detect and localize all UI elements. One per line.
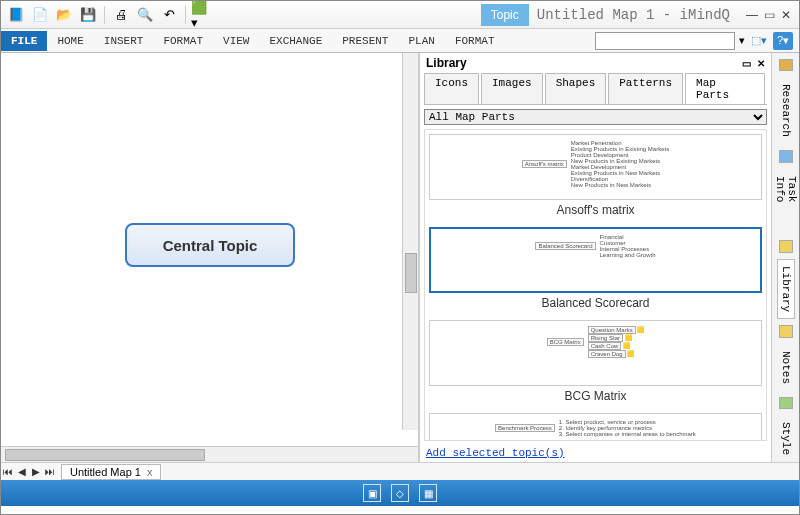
style-icon [779,397,793,409]
library-thumbnail: Ansoff's matrix Market PenetrationExisti… [429,134,762,200]
library-thumbnail: Benchmark Process 1. Select product, ser… [429,413,762,441]
quick-access-toolbar: 📘 📄 📂 💾 🖨 🔍 ↶ 🟩▾ [1,4,217,26]
library-item[interactable]: Balanced Scorecard FinancialCustomer Int… [429,227,762,310]
library-filter-select[interactable]: All Map Parts [424,109,767,125]
ribbon: FILE HOME INSERT FORMAT VIEW EXCHANGE PR… [1,29,799,53]
document-tab-close-icon[interactable]: x [147,466,153,478]
library-tabs: Icons Images Shapes Patterns Map Parts [424,73,767,105]
taskinfo-icon [779,150,793,162]
save-icon[interactable]: 💾 [77,4,99,26]
tab-nav-next-icon[interactable]: ▶ [29,466,43,477]
library-item[interactable]: Ansoff's matrix Market PenetrationExisti… [429,134,762,217]
minimize-icon[interactable]: — [746,8,758,22]
library-caption: BCG Matrix [429,389,762,403]
titlebar: 📘 📄 📂 💾 🖨 🔍 ↶ 🟩▾ Topic Untitled Map 1 - … [1,1,799,29]
lib-tab-images[interactable]: Images [481,73,543,104]
ribbon-tab-home[interactable]: HOME [47,31,93,51]
side-tab-research[interactable]: Research [777,77,795,144]
side-tab-library[interactable]: Library [777,259,795,319]
library-thumbnail: Balanced Scorecard FinancialCustomer Int… [429,227,762,293]
maximize-icon[interactable]: ▭ [764,8,775,22]
side-tab-taskinfo[interactable]: Task Info [771,169,801,235]
help-icon[interactable]: ?▾ [773,32,793,50]
library-panel: Library ▭ ✕ Icons Images Shapes Patterns… [419,53,771,462]
lib-tab-shapes[interactable]: Shapes [545,73,607,104]
lib-tab-icons[interactable]: Icons [424,73,479,104]
library-icon [779,240,793,252]
panel-close-icon[interactable]: ✕ [757,58,765,69]
new-icon[interactable]: 📄 [29,4,51,26]
mindmap-canvas[interactable]: Central Topic [1,53,418,446]
library-item[interactable]: Benchmark Process 1. Select product, ser… [429,413,762,441]
preview-icon[interactable]: 🔍 [134,4,156,26]
library-caption: Balanced Scorecard [429,296,762,310]
tab-nav-last-icon[interactable]: ⏭ [43,466,57,477]
template-icon[interactable]: ⬚▾ [749,32,769,50]
print-icon[interactable]: 🖨 [110,4,132,26]
horizontal-scrollbar[interactable] [1,446,418,462]
vertical-scrollbar[interactable] [402,53,418,430]
research-icon [779,59,793,71]
app-icon[interactable]: 📘 [5,4,27,26]
side-tab-style[interactable]: Style [777,415,795,462]
notes-icon [779,325,793,337]
library-item[interactable]: BCG Matrix Question Marks 🟨 Rising Star … [429,320,762,403]
redo-icon[interactable]: 🟩▾ [191,4,213,26]
canvas-panel: Central Topic [1,53,419,462]
undo-icon[interactable]: ↶ [158,4,180,26]
library-thumbnail: BCG Matrix Question Marks 🟨 Rising Star … [429,320,762,386]
add-selected-link[interactable]: Add selected topic(s) [426,447,565,459]
close-icon[interactable]: ✕ [781,8,791,22]
view-fit-icon[interactable]: ▣ [363,484,381,502]
statusbar: ▣ ◇ ▦ [1,480,799,506]
ribbon-tab-format2[interactable]: FORMAT [445,31,505,51]
side-tab-notes[interactable]: Notes [777,344,795,391]
ribbon-tab-file[interactable]: FILE [1,31,47,51]
side-tab-strip: Research Task Info Library Notes Style [771,53,799,462]
lib-tab-mapparts[interactable]: Map Parts [685,73,765,104]
document-tab-bar: ⏮ ◀ ▶ ⏭ Untitled Map 1 x [1,462,799,480]
ribbon-tab-exchange[interactable]: EXCHANGE [259,31,332,51]
view-center-icon[interactable]: ◇ [391,484,409,502]
ribbon-tab-insert[interactable]: INSERT [94,31,154,51]
central-topic-node[interactable]: Central Topic [125,223,295,267]
style-combo[interactable] [595,32,735,50]
window-title: Untitled Map 1 - iMindQ [529,7,738,23]
ribbon-tab-view[interactable]: VIEW [213,31,259,51]
document-tab[interactable]: Untitled Map 1 x [61,464,161,480]
combo-dropdown-icon[interactable]: ▾ [739,34,745,47]
ribbon-tab-plan[interactable]: PLAN [398,31,444,51]
view-zoom-icon[interactable]: ▦ [419,484,437,502]
lib-tab-patterns[interactable]: Patterns [608,73,683,104]
document-tab-label: Untitled Map 1 [70,466,141,478]
library-item-list[interactable]: Ansoff's matrix Market PenetrationExisti… [424,129,767,441]
open-icon[interactable]: 📂 [53,4,75,26]
main-area: Central Topic Library ▭ ✕ Icons Images S… [1,53,799,462]
library-caption: Ansoff's matrix [429,203,762,217]
tab-nav-first-icon[interactable]: ⏮ [1,466,15,477]
context-tab-topic[interactable]: Topic [481,4,529,26]
library-title: Library [426,56,467,70]
tab-nav-prev-icon[interactable]: ◀ [15,466,29,477]
panel-float-icon[interactable]: ▭ [742,58,751,69]
ribbon-tab-format[interactable]: FORMAT [153,31,213,51]
ribbon-tab-present[interactable]: PRESENT [332,31,398,51]
